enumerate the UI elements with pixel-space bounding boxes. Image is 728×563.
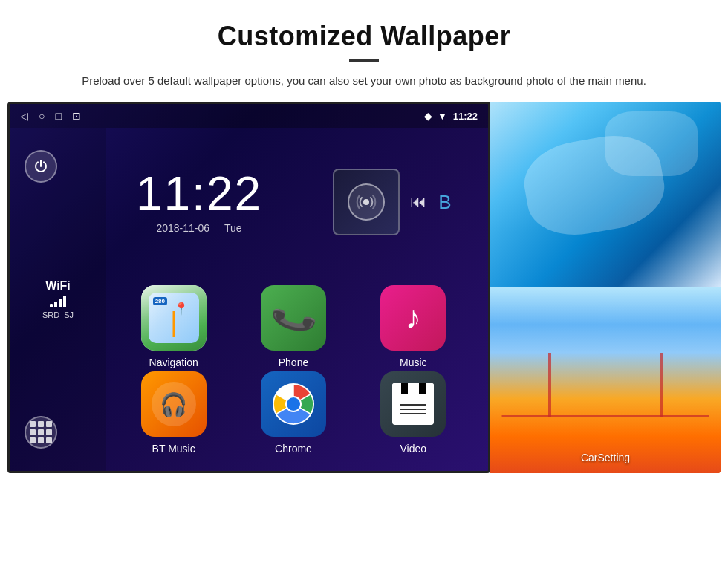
- app-video[interactable]: Video: [354, 370, 473, 456]
- status-left: ◁ ○ □ ⊡: [20, 110, 81, 122]
- navigation-icon[interactable]: 280 📍: [141, 285, 207, 351]
- carsetting-label: CarSetting: [581, 452, 630, 463]
- wifi-bar-1: [50, 304, 53, 307]
- prev-track-button[interactable]: ⏮: [410, 192, 426, 212]
- clock-day-value: Tue: [224, 222, 242, 234]
- music-icon[interactable]: ♪: [380, 285, 446, 351]
- dot-4: [30, 429, 36, 435]
- chrome-icon[interactable]: [261, 371, 326, 437]
- stripe: [410, 383, 417, 394]
- wifi-bar-3: [59, 299, 62, 307]
- bridge-deck: [502, 415, 709, 417]
- screenshot-icon[interactable]: ⊡: [72, 110, 81, 122]
- chrome-logo-icon: [271, 382, 316, 426]
- dot-7: [30, 437, 36, 443]
- app-phone[interactable]: 📞 Phone: [233, 284, 353, 370]
- app-navigation[interactable]: 280 📍 Navigation: [114, 284, 233, 370]
- app-music[interactable]: ♪ Music: [354, 284, 473, 370]
- clock-area: 11:22 2018-11-06 Tue: [106, 128, 292, 276]
- dot-8: [38, 437, 44, 443]
- clock-time: 11:22: [136, 170, 262, 218]
- power-button[interactable]: [25, 150, 57, 183]
- clapper-lines: [400, 404, 426, 414]
- chrome-label: Chrome: [275, 443, 312, 455]
- bt-music-icon[interactable]: 🎧: [141, 371, 207, 437]
- stripe: [392, 383, 399, 394]
- status-time: 11:22: [453, 111, 478, 122]
- wallpaper-panels: CarSetting: [490, 102, 721, 473]
- broadcast-icon: [356, 192, 377, 212]
- stripe: [419, 383, 426, 394]
- video-label: Video: [400, 443, 427, 455]
- back-icon[interactable]: ◁: [20, 110, 28, 122]
- bt-music-label: BT Music: [152, 443, 195, 455]
- header-divider: [349, 59, 379, 62]
- svg-point-3: [287, 397, 300, 411]
- bridge-tower-left: [548, 353, 551, 418]
- clapper-top: [392, 383, 434, 394]
- power-icon: [33, 159, 48, 174]
- bluetooth-headphones-icon: 🎧: [152, 382, 196, 426]
- left-sidebar: WiFi SRD_SJ: [10, 128, 106, 471]
- wifi-label: WiFi: [25, 279, 91, 293]
- clapperboard-icon: [392, 383, 434, 425]
- app-grid: 280 📍 Navigation 📞 Phone ♪: [106, 276, 488, 471]
- clapper-line: [400, 409, 426, 410]
- media-thumbnail: [333, 169, 400, 235]
- dot-9: [46, 437, 52, 443]
- wp-bridge-gradient: [490, 287, 721, 473]
- nav-map: 280 📍: [149, 293, 199, 343]
- wallpaper-ice-panel: [490, 102, 721, 287]
- carsetting-area: CarSetting: [490, 451, 721, 464]
- android-screen: ◁ ○ □ ⊡ ◆ ▼ 11:22 WiFi: [7, 102, 490, 473]
- nav-pin-icon: 📍: [174, 302, 189, 316]
- phone-label: Phone: [279, 357, 308, 368]
- home-icon[interactable]: ○: [39, 110, 45, 122]
- nav-map-inner: 280 📍: [141, 285, 207, 351]
- wifi-widget: WiFi SRD_SJ: [25, 279, 91, 319]
- wifi-bar-2: [54, 302, 57, 307]
- dot-5: [38, 429, 44, 435]
- wifi-icon: ▼: [438, 111, 447, 122]
- dot-3: [46, 421, 52, 427]
- clapper-stripes: [392, 383, 434, 394]
- wifi-ssid: SRD_SJ: [25, 310, 91, 319]
- video-icon[interactable]: [380, 371, 446, 437]
- media-album-art: [348, 183, 385, 221]
- phone-icon[interactable]: 📞: [261, 285, 326, 351]
- music-label: Music: [400, 357, 427, 368]
- bridge-tower-right: [660, 353, 663, 418]
- clapper-body: [392, 394, 434, 425]
- clapper-line: [400, 413, 426, 414]
- svg-point-0: [363, 199, 369, 205]
- screen-area: ◁ ○ □ ⊡ ◆ ▼ 11:22 WiFi: [0, 102, 728, 473]
- clock-date: 2018-11-06 Tue: [156, 222, 241, 234]
- recent-icon[interactable]: □: [55, 110, 61, 122]
- wifi-bar-4: [63, 296, 66, 307]
- dot-6: [46, 429, 52, 435]
- app-bt-music[interactable]: 🎧 BT Music: [114, 370, 233, 456]
- header-subtitle: Preload over 5 default wallpaper options…: [59, 72, 669, 90]
- navigation-label: Navigation: [149, 357, 198, 368]
- app-chrome[interactable]: Chrome: [233, 370, 353, 456]
- page-header: Customized Wallpaper Preload over 5 defa…: [0, 0, 728, 102]
- media-area: ⏮ B: [292, 128, 490, 276]
- clapper-line: [400, 404, 426, 406]
- apps-button[interactable]: [25, 416, 57, 449]
- wifi-bars: [25, 296, 91, 307]
- play-pause-button[interactable]: B: [438, 191, 451, 214]
- status-bar: ◁ ○ □ ⊡ ◆ ▼ 11:22: [10, 104, 488, 128]
- location-icon: ◆: [424, 111, 432, 122]
- nav-road-badge: 280: [153, 297, 167, 305]
- music-note-icon: ♪: [406, 300, 421, 336]
- wp-ice-shape-2: [605, 111, 698, 177]
- media-controls: ⏮ B: [410, 191, 451, 214]
- stripe: [428, 383, 435, 394]
- dot-2: [38, 421, 44, 427]
- status-right: ◆ ▼ 11:22: [424, 111, 478, 122]
- phone-handset-icon: 📞: [267, 293, 319, 343]
- clock-date-value: 2018-11-06: [156, 222, 209, 234]
- page-title: Customized Wallpaper: [59, 21, 669, 52]
- apps-grid-icon: [30, 421, 52, 443]
- stripe: [401, 383, 408, 394]
